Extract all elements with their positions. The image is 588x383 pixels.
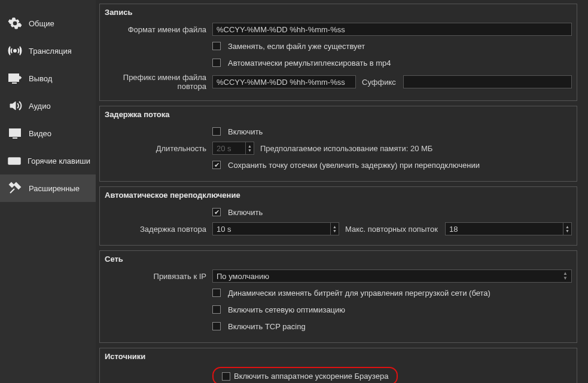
tcp-pacing-checkbox[interactable] <box>212 322 221 330</box>
max-retries-spin[interactable] <box>445 222 563 235</box>
retry-delay-label: Задержка повтора <box>105 225 212 234</box>
replay-prefix-input[interactable] <box>212 75 356 88</box>
replay-prefix-label: Префикс имени файла повтора <box>105 73 212 91</box>
section-title: Задержка потока <box>105 110 572 119</box>
max-retries-label: Макс. повторных попыток <box>343 225 441 234</box>
video-icon <box>7 125 23 141</box>
sidebar-item-label: Видео <box>29 129 51 138</box>
sidebar-item-label: Трансляция <box>29 47 72 56</box>
sidebar-item-label: Общие <box>29 19 54 28</box>
filename-format-label: Формат имени файла <box>105 25 212 34</box>
sidebar-item-stream[interactable]: Трансляция <box>0 37 96 65</box>
net-opt-label[interactable]: Включить сетевую оптимизацию <box>228 305 345 314</box>
delay-enable-label[interactable]: Включить <box>228 127 263 136</box>
section-title: Сеть <box>105 255 572 263</box>
audio-icon <box>7 98 23 114</box>
dyn-bitrate-checkbox[interactable] <box>212 289 221 297</box>
svg-rect-1 <box>9 74 19 81</box>
chevron-updown-icon: ▲▼ <box>563 271 568 281</box>
spin-arrows-icon[interactable]: ▲▼ <box>246 142 254 155</box>
sidebar-item-label: Аудио <box>29 102 51 111</box>
preserve-cutoff-label[interactable]: Сохранить точку отсечки (увеличить задер… <box>228 161 480 170</box>
sidebar-item-audio[interactable]: Аудио <box>0 92 96 120</box>
browser-hw-accel-checkbox[interactable] <box>222 372 230 381</box>
net-opt-checkbox[interactable] <box>212 305 221 314</box>
output-icon <box>7 71 23 86</box>
keyboard-icon <box>7 153 22 168</box>
sidebar-item-label: Вывод <box>29 74 52 83</box>
svg-rect-2 <box>10 129 20 136</box>
spin-arrows-icon[interactable]: ▲▼ <box>563 222 572 235</box>
overwrite-label[interactable]: Заменять, если файл уже существует <box>228 42 365 51</box>
tcp-pacing-label[interactable]: Включить TCP pacing <box>228 322 306 331</box>
remux-label[interactable]: Автоматически ремультиплексировать в mp4 <box>228 59 391 68</box>
sidebar: Общие Трансляция Вывод Аудио Видео Горяч… <box>0 0 96 383</box>
reconnect-enable-checkbox[interactable] <box>212 208 221 216</box>
duration-spin <box>212 142 246 155</box>
replay-suffix-input[interactable] <box>403 75 572 88</box>
sidebar-item-label: Расширенные <box>29 184 80 193</box>
broadcast-icon <box>7 43 23 59</box>
sidebar-item-general[interactable]: Общие <box>0 10 96 37</box>
preserve-cutoff-checkbox[interactable] <box>212 161 221 169</box>
tools-icon <box>7 180 23 196</box>
section-title: Запись <box>105 8 572 17</box>
filename-format-input[interactable] <box>212 23 572 36</box>
duration-label: Длительность <box>105 144 212 153</box>
gear-icon <box>7 16 23 31</box>
section-auto-reconnect: Автоматическое переподключение Включить … <box>99 186 577 246</box>
section-sources: Источники Включить аппаратное ускорение … <box>99 348 577 383</box>
overwrite-checkbox[interactable] <box>212 42 221 50</box>
settings-panel: Запись Формат имени файла Заменять, если… <box>96 0 588 383</box>
sidebar-item-label: Горячие клавиши <box>28 157 90 166</box>
sidebar-item-hotkeys[interactable]: Горячие клавиши <box>0 147 96 174</box>
remux-checkbox[interactable] <box>212 59 221 67</box>
bind-ip-value: По умолчанию <box>217 272 563 281</box>
browser-hw-accel-label[interactable]: Включить аппаратное ускорение Браузера <box>234 372 388 381</box>
sidebar-item-output[interactable]: Вывод <box>0 65 96 92</box>
section-title: Автоматическое переподключение <box>105 191 572 200</box>
suffix-label: Суффикс <box>359 78 400 87</box>
sidebar-item-video[interactable]: Видео <box>0 120 96 147</box>
section-network: Сеть Привязать к IP По умолчанию ▲▼ Дина… <box>99 250 577 343</box>
sidebar-item-advanced[interactable]: Расширенные <box>0 174 96 202</box>
delay-enable-checkbox[interactable] <box>212 127 221 136</box>
section-recording: Запись Формат имени файла Заменять, если… <box>99 4 577 101</box>
section-stream-delay: Задержка потока Включить Длительность ▲▼… <box>99 106 577 182</box>
memory-estimate: Предполагаемое использование памяти: 20 … <box>258 144 436 153</box>
bind-ip-select[interactable]: По умолчанию ▲▼ <box>212 269 572 283</box>
reconnect-enable-label[interactable]: Включить <box>228 208 263 217</box>
bind-ip-label: Привязать к IP <box>105 272 212 281</box>
highlight-annotation: Включить аппаратное ускорение Браузера <box>212 367 398 383</box>
dyn-bitrate-label[interactable]: Динамически изменять битрейт для управле… <box>228 289 490 298</box>
svg-point-0 <box>14 50 16 52</box>
spin-arrows-icon[interactable]: ▲▼ <box>331 222 339 235</box>
retry-delay-spin[interactable] <box>212 222 331 235</box>
section-title: Источники <box>105 352 572 361</box>
